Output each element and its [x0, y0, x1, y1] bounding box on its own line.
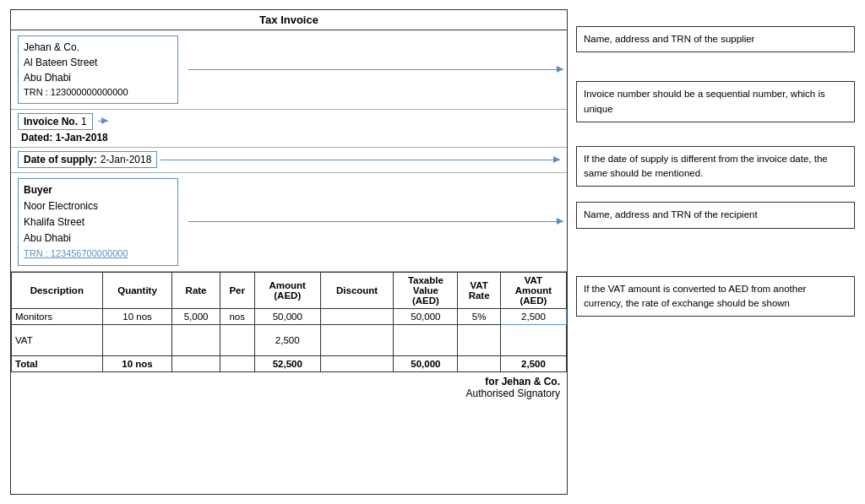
cell-vatamount-2 — [500, 324, 566, 355]
buyer-box: Buyer Noor Electronics Khalifa Street Ab… — [18, 178, 178, 266]
cell-rate-1: 5,000 — [172, 308, 220, 324]
annotations-panel: Name, address and TRN of the supplier In… — [576, 9, 855, 495]
buyer-trn: TRN : 123456700000000 — [24, 247, 172, 262]
dos-box: Date of supply: 2-Jan-2018 — [18, 151, 157, 168]
dos-row: Date of supply: 2-Jan-2018 — [11, 148, 567, 173]
cell-discount-total — [320, 355, 394, 371]
invoice-dated: Dated: 1-Jan-2018 — [21, 132, 108, 144]
cell-qty-1: 10 nos — [102, 308, 172, 324]
col-per: Per — [220, 272, 254, 308]
cell-per-1: nos — [220, 308, 254, 324]
cell-description-2: VAT — [12, 324, 103, 355]
invoice-number-box: Invoice No. 1 — [18, 113, 93, 130]
supplier-box: Jehan & Co. Al Bateen Street Abu Dhabi T… — [18, 35, 178, 104]
buyer-row: Buyer Noor Electronics Khalifa Street Ab… — [11, 173, 567, 272]
buyer-arrow — [188, 221, 563, 222]
cell-discount-2 — [320, 324, 394, 355]
invoice-table: Description Quantity Rate Per Amount(AED… — [11, 272, 567, 372]
dos-value: 2-Jan-2018 — [101, 154, 152, 165]
table-row: VAT 2,500 — [12, 324, 567, 355]
dos-arrow-area — [157, 160, 560, 160]
supplier-name: Jehan & Co. — [24, 40, 172, 55]
supplier-street: Al Bateen Street — [24, 55, 172, 70]
invoice-number-row: Invoice No. 1 Dated: 1-Jan-2018 — [11, 110, 567, 148]
annotation-2: Invoice number should be a sequential nu… — [576, 81, 855, 122]
col-rate: Rate — [172, 272, 220, 308]
cell-amount-2: 2,500 — [254, 324, 320, 355]
supplier-row: Jehan & Co. Al Bateen Street Abu Dhabi T… — [11, 30, 567, 110]
buyer-name: Noor Electronics — [24, 198, 172, 214]
supplier-arrow-area — [185, 30, 567, 109]
cell-per-2 — [220, 324, 254, 355]
cell-taxable-2 — [394, 324, 458, 355]
cell-vatrate-total — [458, 355, 501, 371]
table-row: Monitors 10 nos 5,000 nos 50,000 50,000 … — [12, 308, 567, 324]
cell-description-1: Monitors — [12, 308, 103, 324]
cell-qty-2 — [102, 324, 172, 355]
cell-vatamount-1: 2,500 — [500, 308, 566, 324]
footer-signatory: Authorised Signatory — [18, 387, 560, 399]
cell-taxable-1: 50,000 — [394, 308, 458, 324]
invoice-body: Jehan & Co. Al Bateen Street Abu Dhabi T… — [11, 30, 567, 403]
buyer-heading: Buyer — [24, 182, 172, 198]
table-row-total: Total 10 nos 52,500 50,000 2,500 — [12, 355, 567, 371]
col-vat-rate: VATRate — [458, 272, 501, 308]
col-quantity: Quantity — [102, 272, 172, 308]
annotation-4: Name, address and TRN of the recipient — [576, 202, 855, 228]
cell-amount-total: 52,500 — [254, 355, 320, 371]
cell-vatrate-1: 5% — [458, 308, 501, 324]
cell-vatrate-2 — [458, 324, 501, 355]
supplier-trn: TRN : 123000000000000 — [24, 85, 172, 100]
footer-company: for Jehan & Co. — [18, 376, 560, 387]
cell-per-total — [220, 355, 254, 371]
inv-num-arrow — [98, 121, 108, 122]
inv-num-arrow-area — [98, 121, 108, 122]
buyer-arrow-area — [185, 173, 567, 271]
dos-arrow — [160, 160, 560, 160]
dated-value: 1-Jan-2018 — [56, 132, 108, 144]
col-amount: Amount(AED) — [254, 272, 320, 308]
annotation-3: If the date of supply is different from … — [576, 146, 855, 187]
dos-label: Date of supply: — [24, 154, 97, 165]
invoice-container: Tax Invoice Jehan & Co. Al Bateen Street… — [10, 9, 568, 495]
cell-vatamount-total: 2,500 — [500, 355, 566, 371]
annotation-5: If the VAT amount is converted to AED fr… — [576, 276, 855, 317]
supplier-arrow — [188, 69, 563, 70]
cell-amount-1: 50,000 — [254, 308, 320, 324]
col-discount: Discount — [320, 272, 394, 308]
invoice-footer: for Jehan & Co. Authorised Signatory — [11, 372, 567, 403]
col-description: Description — [12, 272, 103, 308]
cell-qty-total: 10 nos — [102, 355, 172, 371]
annotation-1: Name, address and TRN of the supplier — [576, 26, 855, 52]
col-vat-amount: VATAmount(AED) — [500, 272, 566, 308]
cell-discount-1 — [320, 308, 394, 324]
col-taxable-value: TaxableValue(AED) — [394, 272, 458, 308]
cell-description-total: Total — [12, 355, 103, 371]
invoice-number-value: 1 — [81, 116, 87, 127]
supplier-city: Abu Dhabi — [24, 70, 172, 85]
dated-label: Dated: — [21, 132, 52, 144]
buyer-street: Khalifa Street — [24, 214, 172, 230]
cell-rate-2 — [172, 324, 220, 355]
cell-rate-total — [172, 355, 220, 371]
cell-taxable-total: 50,000 — [394, 355, 458, 371]
invoice-title: Tax Invoice — [11, 10, 567, 30]
table-header-row: Description Quantity Rate Per Amount(AED… — [12, 272, 567, 308]
buyer-city: Abu Dhabi — [24, 230, 172, 247]
invoice-number-label: Invoice No. — [24, 116, 78, 127]
